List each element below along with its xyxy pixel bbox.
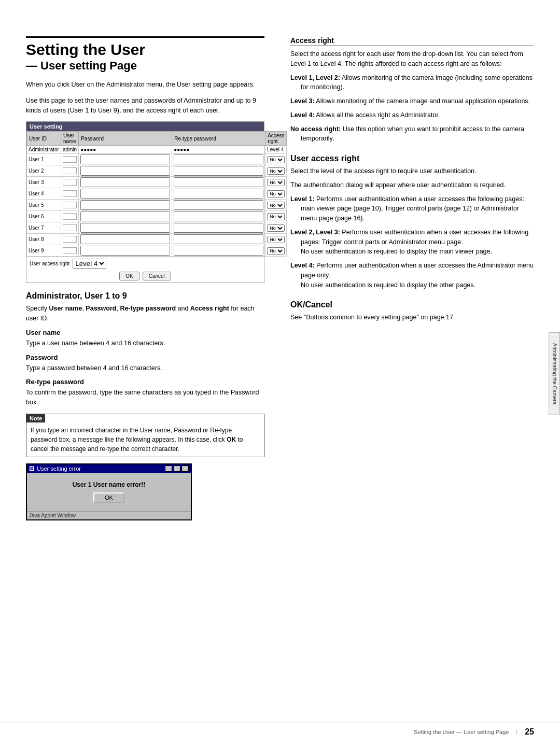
username-input[interactable] <box>63 224 77 231</box>
cell-userid: User 3 <box>27 177 61 188</box>
user-name-text: Type a user name between 4 and 16 charac… <box>26 339 264 348</box>
cell-username: admin <box>61 146 78 154</box>
password-input[interactable] <box>80 234 170 244</box>
note-box: Note If you type an incorrect character … <box>26 414 264 457</box>
access-right-heading: Access right <box>290 36 534 46</box>
cell-retype: ●●●●● <box>172 146 265 154</box>
cell-userid: User 5 <box>27 200 61 211</box>
access-right-intro: Select the access right for each user fr… <box>290 49 534 69</box>
username-input[interactable] <box>63 247 77 254</box>
username-input[interactable] <box>63 190 77 197</box>
username-input[interactable] <box>63 236 77 243</box>
password-input[interactable] <box>80 177 170 187</box>
col-userid: User ID <box>27 132 61 146</box>
user-name-heading: User name <box>26 329 264 336</box>
retype-input[interactable] <box>174 154 263 164</box>
page-number: 25 <box>525 727 534 737</box>
cell-username <box>61 188 78 200</box>
level-12-text: Level 1, Level 2: Allows monitoring of t… <box>290 73 534 93</box>
cell-username <box>61 222 78 234</box>
cell-username <box>61 211 78 222</box>
dialog-close: × <box>181 466 189 472</box>
username-input[interactable] <box>63 202 77 208</box>
retype-input[interactable] <box>174 212 263 221</box>
admin-intro: Specify User name, Password, Re-type pas… <box>26 304 264 323</box>
col-username: User name <box>61 132 78 146</box>
retype-input[interactable] <box>174 177 263 187</box>
table-row: User 1No access rightLevel 1Level 2Level… <box>27 154 287 165</box>
level-4-text: Level 4: Allows all the access right as … <box>290 110 534 120</box>
password-input[interactable] <box>80 154 170 164</box>
cell-username <box>61 154 78 165</box>
note-label: Note <box>26 414 45 422</box>
cell-password: ●●●●● <box>79 146 172 154</box>
user-access-auth-text: The authentication dialog will appear wh… <box>290 180 534 190</box>
page-title: Setting the User <box>26 36 264 58</box>
retype-heading: Re-type password <box>26 378 264 386</box>
password-text: Type a password between 4 and 16 charact… <box>26 363 264 373</box>
level-3-text: Level 3: Allows monitoring of the camera… <box>290 96 534 106</box>
user-access-right-intro: Select the level of the access right to … <box>290 166 534 176</box>
username-input[interactable] <box>63 167 77 174</box>
dialog-title: User setting error <box>37 466 81 472</box>
cell-userid: User 8 <box>27 234 61 245</box>
password-input[interactable] <box>80 200 170 210</box>
intro-para1: When you click User on the Administrator… <box>26 80 264 90</box>
password-input[interactable] <box>80 166 170 176</box>
cell-userid: Administrator <box>27 146 61 154</box>
retype-input[interactable] <box>174 189 263 199</box>
intro-para2: Use this page to set the user names and … <box>26 96 264 116</box>
side-tab: Administrating the Camera <box>549 332 560 415</box>
cell-password <box>79 188 172 200</box>
col-retype: Re-type password <box>172 132 265 146</box>
cell-retype <box>172 200 265 211</box>
dialog-body: User 1 User name error!! OK <box>27 473 191 511</box>
user-setting-header: User setting <box>26 122 264 131</box>
username-input[interactable] <box>63 156 77 163</box>
dialog-icon: 🖼 <box>29 466 35 472</box>
table-row: User 9No access rightLevel 1Level 2Level… <box>27 245 287 257</box>
user-setting-box: User setting User ID User name Password … <box>26 121 264 283</box>
cell-userid: User 4 <box>27 188 61 200</box>
table-row: User 5No access rightLevel 1Level 2Level… <box>27 200 287 211</box>
retype-input[interactable] <box>174 246 263 256</box>
cell-password <box>79 234 172 245</box>
cell-password <box>79 165 172 177</box>
error-dialog: 🖼 User setting error _ □ × User 1 User n… <box>26 463 192 520</box>
page-footer: Setting the User — User setting Page | 2… <box>0 723 560 737</box>
cell-userid: User 6 <box>27 211 61 222</box>
table-row: User 4No access rightLevel 1Level 2Level… <box>27 188 287 200</box>
table-row: User 7No access rightLevel 1Level 2Level… <box>27 222 287 234</box>
auth-level1-text: Level 1: Performs user authentication wh… <box>290 194 534 223</box>
ok-cancel-row: OK Cancel <box>26 270 264 283</box>
cancel-button[interactable]: Cancel <box>143 272 171 280</box>
user-access-select[interactable]: Level 4 Level 3 Level 2 Level 1 <box>73 259 106 269</box>
dialog-controls: _ □ × <box>165 466 189 472</box>
user-access-right-heading: User access right <box>290 154 534 163</box>
password-heading: Password <box>26 354 264 361</box>
cell-username <box>61 234 78 245</box>
dialog-ok-button[interactable]: OK <box>93 492 124 503</box>
username-input[interactable] <box>63 179 77 186</box>
password-input[interactable] <box>80 212 170 221</box>
retype-input[interactable] <box>174 200 263 210</box>
table-row: User 6No access rightLevel 1Level 2Level… <box>27 211 287 222</box>
dialog-restore: □ <box>173 466 180 472</box>
cell-retype <box>172 234 265 245</box>
retype-input[interactable] <box>174 166 263 176</box>
password-input[interactable] <box>80 223 170 233</box>
ok-button[interactable]: OK <box>119 272 139 280</box>
retype-input[interactable] <box>174 234 263 244</box>
note-content: If you type an incorrect character in th… <box>26 422 264 457</box>
cell-username <box>61 165 78 177</box>
username-input[interactable] <box>63 213 77 220</box>
password-input[interactable] <box>80 189 170 199</box>
cell-username <box>61 200 78 211</box>
footer-label: Setting the User — User setting Page <box>414 729 509 735</box>
cell-userid: User 9 <box>27 245 61 257</box>
cell-password <box>79 222 172 234</box>
retype-input[interactable] <box>174 223 263 233</box>
cell-password <box>79 245 172 257</box>
password-input[interactable] <box>80 246 170 256</box>
cell-username <box>61 245 78 257</box>
